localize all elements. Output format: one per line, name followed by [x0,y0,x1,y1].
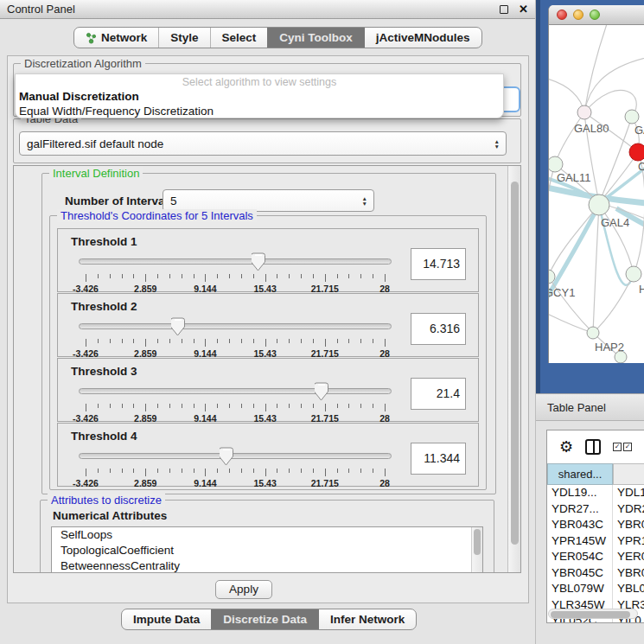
table-row[interactable]: YDL19...YDL1 [547,485,644,501]
table-pane: ⚙ ✓ ✓ shared...na YDL19...YDL1YDR27...YD… [546,430,644,623]
close-window-icon[interactable]: ✕ [519,5,528,14]
table-column-header[interactable]: na [613,463,644,485]
network-node[interactable] [549,156,563,172]
slider-ticks [79,404,392,412]
threshold-value-field[interactable]: 14.713 [411,248,466,280]
network-node[interactable] [589,194,609,215]
settings-vertical-scrollbar[interactable] [507,166,520,572]
tick-mark [229,404,230,408]
threshold-panel: Threshold 2-3.4262.8599.14415.4321.71528… [57,293,479,357]
attribute-list-item[interactable]: TopologicalCoefficient [52,543,482,558]
table-row[interactable]: YBL079WYBL0 [547,581,644,597]
slider-track[interactable] [79,388,392,394]
bottom-tab-infer-network[interactable]: Infer Network [318,609,416,629]
network-node[interactable] [615,351,627,363]
tick-label: 2.859 [134,478,156,488]
threshold-slider[interactable]: -3.4262.8599.14415.4321.71528 [79,252,392,291]
network-node-label: GA [634,124,644,137]
threshold-value-field[interactable]: 11.344 [411,443,466,475]
threshold-value-field[interactable]: 21.4 [411,378,466,410]
table-row[interactable]: YBR043CYBR0 [547,517,644,533]
network-node[interactable] [626,266,641,282]
network-node[interactable] [577,105,591,119]
tick-mark [325,274,326,282]
float-window-icon[interactable] [500,5,508,14]
bottom-tab-impute-data[interactable]: Impute Data [122,609,211,629]
tick-mark [289,339,290,343]
threshold-slider[interactable]: -3.4262.8599.14415.4321.71528 [79,446,392,486]
table-row[interactable]: YER054CYER0 [547,549,644,565]
slider-thumb[interactable] [220,447,233,466]
network-node[interactable] [625,110,639,124]
slider-track[interactable] [79,258,392,265]
table-row[interactable]: YPR145WYPR1 [547,533,644,550]
slider-thumb[interactable] [171,317,185,336]
tick-mark [205,404,206,411]
numerical-attributes-list[interactable]: SelfLoopsTopologicalCoefficientBetweenne… [51,526,483,573]
tick-mark [157,339,158,343]
tick-mark [122,274,123,278]
tick-mark [145,469,146,476]
table-data-combobox[interactable]: galFiltered.sif default node ▲▼ [19,131,507,156]
table-cell: YDR2 [613,501,644,518]
tab-style[interactable]: Style [158,28,209,48]
table-cell: YDL1 [613,485,644,501]
tick-mark [86,274,86,282]
network-node[interactable] [587,327,599,339]
algorithm-option[interactable]: Equal Width/Frequency Discretization [16,104,503,118]
table-cell: YER054C [547,549,613,565]
slider-track[interactable] [79,453,392,459]
tick-mark [157,274,158,278]
tick-label: 21.715 [311,478,339,488]
attributes-scrollbar-thumb[interactable] [474,529,481,555]
slider-thumb[interactable] [252,252,265,271]
attributes-list-scrollbar[interactable] [471,527,482,573]
threshold-slider[interactable]: -3.4262.8599.14415.4321.71528 [79,381,392,421]
gear-icon[interactable]: ⚙ [559,439,573,455]
network-node[interactable] [629,143,644,161]
table-cell: YBL0 [613,581,644,597]
network-node-label: GAL4 [601,216,629,229]
tick-mark [145,339,146,347]
zoom-traffic-light-icon[interactable] [590,10,600,20]
settings-scrollbar-thumb[interactable] [511,182,519,545]
table-row[interactable]: YBR045CYBR0 [547,565,644,582]
tick-mark [360,469,361,473]
threshold-label: Threshold 3 [71,365,137,378]
tick-label: 9.144 [194,478,216,488]
tab-select[interactable]: Select [210,28,268,48]
columns-icon[interactable] [585,439,601,455]
slider-thumb[interactable] [315,382,328,401]
checkbox-icon: ✓ [613,443,622,451]
tick-mark [182,274,182,278]
network-window-titlebar [549,5,644,25]
tab-cyni-toolbox[interactable]: Cyni Toolbox [267,28,364,48]
minimize-traffic-light-icon[interactable] [573,10,583,20]
tab-network[interactable]: Network [74,28,158,48]
table-horizontal-scrollbar[interactable] [548,609,638,619]
select-columns-icon[interactable]: ✓ ✓ [613,443,632,451]
tick-mark [265,469,266,476]
tick-mark [194,404,194,408]
threshold-label: Threshold 4 [71,430,137,443]
algorithm-option[interactable]: Manual Discretization [16,89,503,104]
threshold-slider[interactable]: -3.4262.8599.14415.4321.71528 [79,316,392,356]
algorithm-hint-item[interactable]: Select algorithm to view settings [16,76,503,89]
tab-jactivemnodules[interactable]: jActiveMNodules [364,28,481,48]
bottom-tab-discretize-data[interactable]: Discretize Data [211,609,318,629]
table-column-header[interactable]: shared... [547,463,613,485]
control-panel-tabbar: NetworkStyleSelectCyni ToolboxjActiveMNo… [73,27,482,48]
threshold-panel: Threshold 3-3.4262.8599.14415.4321.71528… [57,358,479,422]
attribute-list-item[interactable]: SelfLoops [52,527,482,543]
algorithm-dropdown-popup: Select algorithm to view settings Manual… [15,73,504,118]
table-row[interactable]: YDR27...YDR2 [547,501,644,518]
tick-mark [86,339,86,347]
network-canvas[interactable]: GAL80GACGAL11GAL4GCY1HHAP2 [549,25,644,363]
cyni-bottom-tabbar: Impute DataDiscretize DataInfer Network [121,609,417,630]
table-hscrollbar-thumb[interactable] [551,611,630,618]
slider-track[interactable] [79,323,392,329]
threshold-value-field[interactable]: 6.316 [411,313,466,345]
apply-button[interactable]: Apply [215,580,272,599]
attribute-list-item[interactable]: BetweennessCentrality [52,558,482,573]
close-traffic-light-icon[interactable] [557,10,567,20]
